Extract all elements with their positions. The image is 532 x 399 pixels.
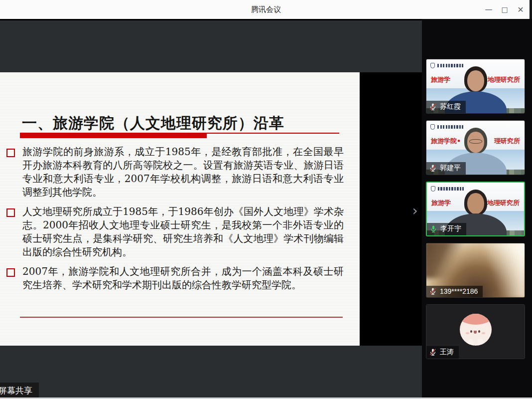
- participant-name-tag: 139****2186: [426, 286, 483, 297]
- mic-muted-icon: [429, 103, 437, 111]
- bullet-text: 人文地理研究所成立于1985年，于1986年创办《国外人文地理》学术杂志。200…: [22, 205, 344, 259]
- title-underline: [20, 133, 339, 139]
- screen-share-view: 一、旅游学院（人文地理研究所）沿革 旅游学院的前身旅游系，成立于1985年，是经…: [0, 19, 422, 398]
- participant-name: 139****2186: [440, 287, 478, 295]
- participant-name: 王涛: [440, 348, 454, 357]
- participant-name-tag: 苏红霞: [426, 101, 466, 113]
- chevron-right-icon[interactable]: ›: [408, 203, 421, 219]
- shared-screen-top-band: [0, 20, 422, 72]
- mic-muted-icon: [429, 164, 437, 172]
- mic-active-icon: [429, 225, 437, 233]
- presentation-slide: 一、旅游学院（人文地理研究所）沿革 旅游学院的前身旅游系，成立于1985年，是经…: [0, 72, 360, 346]
- window-right-edge: [530, 0, 532, 19]
- participant-name: 郭建平: [440, 164, 461, 173]
- participant-name-tag: 郭建平: [426, 162, 466, 175]
- bullet-text: 2007年，旅游学院和人文地理研究所合并，成为一个涵盖本科及硕士研究生培养、学术…: [22, 265, 344, 292]
- participant-name-tag: 李开宇: [427, 223, 466, 235]
- mic-muted-icon: [429, 348, 437, 356]
- participant-name: 苏红霞: [440, 102, 461, 111]
- participant-tile[interactable]: 旅游学院• 理研究所 郭建平: [426, 120, 525, 175]
- slide-bullet-list: 旅游学院的前身旅游系，成立于1985年，是经教育部批准，在全国最早开办旅游本科教…: [6, 145, 344, 298]
- slide-bullet: 旅游学院的前身旅游系，成立于1985年，是经教育部批准，在全国最早开办旅游本科教…: [6, 145, 344, 199]
- participant-sidebar: 旅游学 地理研究所 苏红霞: [422, 19, 532, 398]
- avatar: [460, 314, 492, 346]
- participant-name: 李开宇: [440, 224, 461, 233]
- shared-screen-bottom-band: [0, 346, 422, 398]
- bullet-square-icon: [6, 208, 15, 217]
- titlebar: 腾讯会议 — □ ✕: [0, 0, 532, 19]
- participant-tile[interactable]: 王涛: [426, 304, 525, 359]
- bullet-square-icon: [6, 149, 15, 157]
- slide-bottom-rule: [20, 317, 343, 318]
- bullet-text: 旅游学院的前身旅游系，成立于1985年，是经教育部批准，在全国最早开办旅游本科教…: [22, 145, 344, 199]
- close-icon[interactable]: ✕: [514, 2, 527, 17]
- glasses: [469, 139, 482, 144]
- slide-bullet: 2007年，旅游学院和人文地理研究所合并，成为一个涵盖本科及硕士研究生培养、学术…: [6, 265, 344, 292]
- slide-title: 一、旅游学院（人文地理研究所）沿革: [22, 113, 351, 134]
- minimize-icon[interactable]: —: [482, 2, 495, 17]
- participant-name-tag: 王涛: [426, 346, 459, 359]
- bullet-square-icon: [6, 268, 15, 277]
- screen-share-badge: 屏幕共享: [0, 383, 39, 398]
- participant-tile[interactable]: 139****2186: [426, 243, 525, 298]
- maximize-icon[interactable]: □: [498, 2, 511, 17]
- mic-muted-icon: [429, 287, 437, 295]
- window-controls: — □ ✕: [482, 0, 527, 19]
- slide-bullet: 人文地理研究所成立于1985年，于1986年创办《国外人文地理》学术杂志。200…: [6, 205, 344, 259]
- participant-tile[interactable]: 旅游学 地理研究所 苏红霞: [426, 59, 525, 114]
- window-title: 腾讯会议: [251, 5, 281, 14]
- participant-tile[interactable]: 旅游学 地理研究所 李开宇: [426, 182, 525, 236]
